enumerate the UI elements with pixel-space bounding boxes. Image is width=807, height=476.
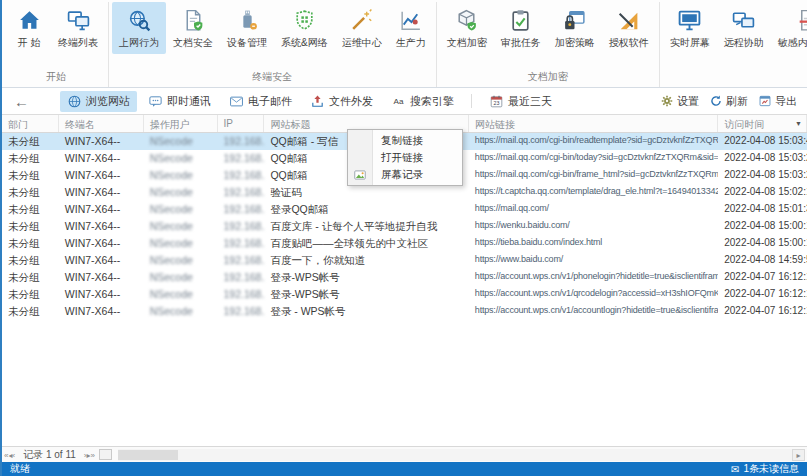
ribbon-item-system-network[interactable]: 系统&网络 bbox=[274, 2, 335, 54]
table-row[interactable]: 未分组WIN7-X64--NSecode192.168.1.190验证码http… bbox=[2, 184, 807, 201]
unread-message-label: 1条未读信息 bbox=[743, 462, 799, 476]
table-row[interactable]: 未分组WIN7-X64--NSecode192.168.1.190百度文库 - … bbox=[2, 218, 807, 235]
ribbon-item-label: 文档安全 bbox=[173, 36, 213, 50]
ribbon-item-device-manage[interactable]: 设备管理 bbox=[220, 2, 274, 54]
cell-terminal: WIN7-X64-- bbox=[59, 303, 144, 320]
scrollbar-right-arrow[interactable]: ▸ bbox=[792, 449, 805, 461]
pager-prev-button-2[interactable]: ‹ bbox=[12, 451, 15, 460]
context-menu: 复制链接打开链接屏幕记录 bbox=[347, 129, 463, 186]
action-gear[interactable]: 设置 bbox=[660, 94, 699, 109]
ribbon-group-items: 文档加密审批任务加密策略授权软件 bbox=[440, 2, 656, 69]
cell-terminal: WIN7-X64-- bbox=[59, 201, 144, 218]
device-manage-icon bbox=[235, 8, 260, 33]
pager-extra-button[interactable] bbox=[99, 449, 112, 460]
table-row[interactable]: 未分组WIN7-X64--NSecode192.168.1.190登录QQ邮箱h… bbox=[2, 201, 807, 218]
table-row[interactable]: 未分组WIN7-X64--NSecode192.168.1.190登录-WPS帐… bbox=[2, 269, 807, 286]
ribbon-item-doc-security[interactable]: 文档安全 bbox=[166, 2, 220, 54]
ribbon-item-doc-encrypt[interactable]: 文档加密 bbox=[440, 2, 494, 54]
ribbon-item-sensitive-scan[interactable]: 敏感内容扫描 bbox=[771, 2, 807, 54]
action-export[interactable]: 导出 bbox=[758, 94, 797, 109]
cell-terminal: WIN7-X64-- bbox=[59, 133, 144, 150]
licensed-software-icon bbox=[616, 8, 641, 33]
ribbon-group-label: 终端安全 bbox=[112, 69, 433, 87]
tab-email[interactable]: 电子邮件 bbox=[222, 91, 299, 112]
table-row[interactable]: 未分组WIN7-X64--NSecode192.168.1.190登录 - WP… bbox=[2, 303, 807, 320]
scrollbar-thumb[interactable] bbox=[118, 450, 178, 460]
ops-center-icon bbox=[349, 8, 374, 33]
cell-dept: 未分组 bbox=[2, 201, 59, 218]
cell-time: 2022-04-08 15:03:47 bbox=[718, 133, 807, 150]
tab-search-engine[interactable]: 搜索引擎 bbox=[384, 91, 461, 112]
ribbon-item-web-behavior[interactable]: 上网行为 bbox=[112, 2, 166, 54]
cell-user: NSecode bbox=[144, 184, 218, 201]
system-network-icon bbox=[292, 8, 317, 33]
cell-dept: 未分组 bbox=[2, 235, 59, 252]
record-type-tabs: 浏览网站即时通讯电子邮件文件外发搜索引擎最近三天 bbox=[60, 91, 660, 112]
filter-toolbar: ← 浏览网站即时通讯电子邮件文件外发搜索引擎最近三天 设置刷新导出 bbox=[2, 88, 807, 114]
cell-url: https://account.wps.cn/v1/phonelogin?hid… bbox=[469, 269, 718, 286]
pager-next-button-2[interactable]: » bbox=[90, 451, 94, 460]
tab-label: 文件外发 bbox=[329, 94, 373, 109]
table-row[interactable]: 未分组WIN7-X64--NSecode192.168.1.190百度贴吧——全… bbox=[2, 235, 807, 252]
cell-dept: 未分组 bbox=[2, 252, 59, 269]
ribbon-item-licensed-software[interactable]: 授权软件 bbox=[602, 2, 656, 54]
ribbon-group-label: 开始 bbox=[7, 69, 105, 87]
tab-label: 即时通讯 bbox=[167, 94, 211, 109]
tab-file-out[interactable]: 文件外发 bbox=[303, 91, 380, 112]
ribbon-item-label: 远程协助 bbox=[724, 36, 764, 50]
realtime-screen-icon bbox=[677, 8, 702, 33]
ribbon-item-realtime-screen[interactable]: 实时屏幕 bbox=[663, 2, 717, 54]
tab-label: 浏览网站 bbox=[86, 94, 130, 109]
ribbon-item-approval-task[interactable]: 审批任务 bbox=[494, 2, 548, 54]
ribbon-item-productivity[interactable]: 生产力 bbox=[389, 2, 433, 54]
cell-terminal: WIN7-X64-- bbox=[59, 184, 144, 201]
horizontal-scrollbar[interactable] bbox=[118, 449, 792, 461]
column-header-dept[interactable]: 部门 bbox=[2, 115, 59, 132]
cell-title: 验证码 bbox=[264, 184, 468, 201]
ribbon-item-remote-assist[interactable]: 远程协助 bbox=[717, 2, 771, 54]
pager-right-buttons: ›▸» bbox=[84, 449, 95, 460]
ribbon-item-label: 运维中心 bbox=[342, 36, 382, 50]
screenshot-icon bbox=[353, 168, 367, 182]
cell-time: 2022-04-07 16:12:15 bbox=[718, 286, 807, 303]
unread-message-area[interactable]: ✉ 1条未读信息 bbox=[731, 462, 799, 476]
action-label: 导出 bbox=[775, 94, 797, 109]
ribbon-item-home[interactable]: 开 始 bbox=[7, 2, 51, 54]
back-button[interactable]: ← bbox=[14, 93, 42, 110]
cell-time: 2022-04-08 15:02:14 bbox=[718, 184, 807, 201]
column-header-time[interactable]: 访问时间▼ bbox=[718, 115, 807, 132]
tab-browse-web[interactable]: 浏览网站 bbox=[60, 91, 137, 112]
doc-encrypt-icon bbox=[454, 8, 479, 33]
ribbon-item-label: 设备管理 bbox=[227, 36, 267, 50]
cell-time: 2022-04-08 15:01:37 bbox=[718, 201, 807, 218]
cell-title: 百度一下，你就知道 bbox=[264, 252, 468, 269]
cell-user: NSecode bbox=[144, 167, 218, 184]
action-label: 刷新 bbox=[726, 94, 748, 109]
cell-title: 百度文库 - 让每个人平等地提升自我 bbox=[264, 218, 468, 235]
cell-title: 登录QQ邮箱 bbox=[264, 201, 468, 218]
ribbon-item-terminal-list[interactable]: 终端列表 bbox=[51, 2, 105, 54]
tab-calendar[interactable]: 最近三天 bbox=[482, 91, 559, 112]
column-header-user[interactable]: 操作用户 bbox=[144, 115, 218, 132]
menu-item-screenshot[interactable]: 屏幕记录 bbox=[348, 166, 462, 183]
cell-url: https://www.baidu.com/ bbox=[469, 252, 718, 269]
column-header-ip[interactable]: IP bbox=[218, 115, 265, 132]
cell-dept: 未分组 bbox=[2, 167, 59, 184]
ribbon-item-ops-center[interactable]: 运维中心 bbox=[335, 2, 389, 54]
cell-time: 2022-04-08 14:59:50 bbox=[718, 252, 807, 269]
ribbon-group-label: 文档加密 bbox=[440, 69, 656, 87]
menu-item-item[interactable]: 打开链接 bbox=[348, 149, 462, 166]
ribbon-item-label: 上网行为 bbox=[119, 36, 159, 50]
column-header-terminal[interactable]: 终端名 bbox=[59, 115, 144, 132]
ribbon-item-label: 敏感内容扫描 bbox=[778, 36, 807, 50]
cell-title: 百度贴吧——全球领先的中文社区 bbox=[264, 235, 468, 252]
menu-item-item[interactable]: 复制链接 bbox=[348, 132, 462, 149]
status-bar: 就绪 ✉ 1条未读信息 bbox=[2, 462, 807, 476]
table-row[interactable]: 未分组WIN7-X64--NSecode192.168.1.190登录-WPS帐… bbox=[2, 286, 807, 303]
tab-label: 电子邮件 bbox=[248, 94, 292, 109]
action-refresh[interactable]: 刷新 bbox=[709, 94, 748, 109]
column-header-url[interactable]: 网站链接 bbox=[469, 115, 718, 132]
table-row[interactable]: 未分组WIN7-X64--NSecode192.168.1.190百度一下，你就… bbox=[2, 252, 807, 269]
tab-im[interactable]: 即时通讯 bbox=[141, 91, 218, 112]
ribbon-item-encrypt-policy[interactable]: 加密策略 bbox=[548, 2, 602, 54]
